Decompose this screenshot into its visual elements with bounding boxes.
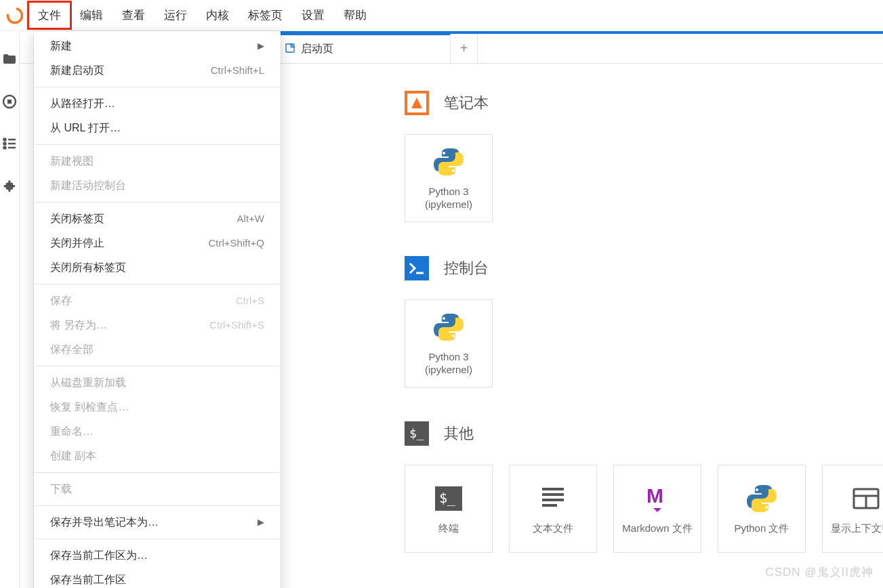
menuitem-label: 从路径打开… xyxy=(50,96,115,112)
menu-查看[interactable]: 查看 xyxy=(112,2,155,28)
menuitem-label: 关闭所有标签页 xyxy=(50,259,126,276)
svg-point-13 xyxy=(452,169,455,172)
svg-text:$_: $_ xyxy=(439,490,456,506)
menuitem-保存全部: 保存全部 xyxy=(34,337,281,362)
menuitem-label: 新建启动页 xyxy=(50,62,104,79)
menu-separator xyxy=(34,202,281,203)
toc-icon[interactable] xyxy=(0,134,19,153)
launcher-card-Python 文件[interactable]: Python 文件 xyxy=(718,465,806,553)
menuitem-关闭标签页[interactable]: 关闭标签页Alt+W xyxy=(34,207,281,231)
svg-point-0 xyxy=(8,8,22,22)
launcher-section-笔记本: 笔记本Python 3 (ipykernel) xyxy=(405,91,883,222)
menu-设置[interactable]: 设置 xyxy=(292,2,334,28)
python-icon xyxy=(432,146,465,178)
svg-rect-9 xyxy=(286,44,294,52)
menuitem-新建[interactable]: 新建▶ xyxy=(34,34,281,58)
menuitem-保存: 保存Ctrl+S xyxy=(34,289,281,313)
menu-separator xyxy=(34,284,281,285)
menu-separator xyxy=(34,366,281,366)
extensions-icon[interactable] xyxy=(0,176,19,195)
menuitem-label: 将 另存为… xyxy=(50,317,107,333)
python-file-icon xyxy=(745,482,778,515)
launcher-card-Markdown 文件[interactable]: MMarkdown 文件 xyxy=(613,465,701,553)
menuitem-label: 保存全部 xyxy=(50,341,94,358)
console-section-icon xyxy=(405,256,429,280)
text-icon xyxy=(537,482,569,515)
menu-separator xyxy=(34,539,281,539)
menuitem-label: 重命名… xyxy=(50,423,94,440)
card-row: Python 3 (ipykernel) xyxy=(405,299,883,387)
section-title: 笔记本 xyxy=(444,93,489,113)
menu-帮助[interactable]: 帮助 xyxy=(334,2,376,28)
markdown-icon: M xyxy=(641,482,674,515)
launcher-card-Python 3[interactable]: Python 3 (ipykernel) xyxy=(405,299,493,387)
menu-separator xyxy=(34,472,281,473)
tab-launcher[interactable]: 启动页 xyxy=(274,33,451,63)
menu-标签页[interactable]: 标签页 xyxy=(239,2,292,28)
file-menu-dropdown: 新建▶新建启动页Ctrl+Shift+L从路径打开…从 URL 打开…新建视图新… xyxy=(34,31,281,588)
menuitem-关闭并停止[interactable]: 关闭并停止Ctrl+Shift+Q xyxy=(34,231,281,255)
menu-编辑[interactable]: 编辑 xyxy=(70,2,112,28)
menuitem-从URL打开[interactable]: 从 URL 打开… xyxy=(34,116,281,140)
menuitem-新建视图: 新建视图 xyxy=(34,149,281,173)
menuitem-保存当前工作区为[interactable]: 保存当前工作区为… xyxy=(34,543,281,568)
menuitem-保存当前工作区[interactable]: 保存当前工作区 xyxy=(34,568,281,588)
svg-marker-27 xyxy=(653,508,661,512)
menuitem-label: 新建活动控制台 xyxy=(50,177,126,194)
menuitem-从路径打开[interactable]: 从路径打开… xyxy=(34,91,281,116)
card-label: Python 3 (ipykernel) xyxy=(425,185,472,211)
python-icon xyxy=(432,311,465,343)
menuitem-关闭所有标签页[interactable]: 关闭所有标签页 xyxy=(34,255,281,280)
submenu-arrow-icon: ▶ xyxy=(258,39,264,53)
folder-icon[interactable] xyxy=(0,50,19,69)
launcher-card-文本文件[interactable]: 文本文件 xyxy=(509,465,597,553)
launcher-card-显示上下文帮助[interactable]: 显示上下文帮助 xyxy=(822,465,883,553)
menuitem-新建活动控制台: 新建活动控制台 xyxy=(34,173,281,198)
tab-add-button[interactable]: + xyxy=(451,33,478,63)
menu-内核[interactable]: 内核 xyxy=(197,2,239,28)
menuitem-新建启动页[interactable]: 新建启动页Ctrl+Shift+L xyxy=(34,58,281,83)
menuitem-label: 从 URL 打开… xyxy=(50,120,121,136)
menuitem-label: 关闭标签页 xyxy=(50,211,104,227)
section-title: 其他 xyxy=(444,423,474,444)
jupyter-logo xyxy=(5,6,24,25)
svg-point-12 xyxy=(443,152,445,154)
notebook-section-icon xyxy=(405,91,429,115)
svg-point-28 xyxy=(756,488,758,491)
menuitem-保存并导出笔记本为[interactable]: 保存并导出笔记本为…▶ xyxy=(34,510,281,534)
card-label: 文本文件 xyxy=(533,522,573,535)
section-header: 控制台 xyxy=(405,256,883,280)
menuitem-label: 新建 xyxy=(50,38,72,54)
menuitem-label: 从磁盘重新加载 xyxy=(50,375,126,391)
menuitem-label: 关闭并停止 xyxy=(50,235,104,251)
section-header: 笔记本 xyxy=(405,91,883,115)
menu-运行[interactable]: 运行 xyxy=(155,2,197,28)
menuitem-创建副本: 创建 副本 xyxy=(34,444,281,468)
svg-rect-14 xyxy=(405,256,429,280)
shortcut-label: Ctrl+Shift+Q xyxy=(208,236,264,251)
menuitem-label: 恢复 到检查点… xyxy=(50,399,129,415)
menuitem-label: 下载 xyxy=(50,481,72,497)
card-label: Python 3 (ipykernel) xyxy=(425,350,472,377)
shortcut-label: Ctrl+Shift+L xyxy=(211,63,264,79)
shortcut-label: Ctrl+S xyxy=(236,293,264,309)
section-header: $_其他 xyxy=(405,421,883,446)
menu-separator xyxy=(34,505,281,506)
svg-point-3 xyxy=(4,139,6,141)
menubar: 文件编辑查看运行内核标签页设置帮助 xyxy=(0,0,883,31)
menu-separator xyxy=(34,87,281,87)
launcher-section-控制台: 控制台Python 3 (ipykernel) xyxy=(405,256,883,387)
menu-文件[interactable]: 文件 xyxy=(28,2,70,28)
menuitem-下载: 下载 xyxy=(34,477,281,501)
running-icon[interactable] xyxy=(0,92,19,111)
launcher-card-终端[interactable]: $_终端 xyxy=(405,465,493,553)
menuitem-label: 创建 副本 xyxy=(50,448,96,464)
shortcut-label: Ctrl+Shift+S xyxy=(209,318,264,333)
card-label: Python 文件 xyxy=(735,522,789,535)
tab-label: 启动页 xyxy=(301,42,333,56)
left-sidebar xyxy=(0,31,20,588)
svg-point-29 xyxy=(765,506,768,509)
menuitem-label: 保存当前工作区为… xyxy=(50,547,148,564)
launcher-card-Python 3[interactable]: Python 3 (ipykernel) xyxy=(405,134,493,222)
card-label: 终端 xyxy=(438,522,459,535)
